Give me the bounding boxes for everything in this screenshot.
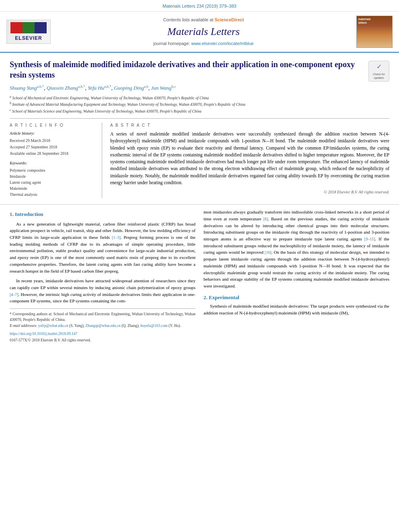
body-col-right: mon imidazoles always gradually transfor… [204, 209, 389, 343]
logo-stripe-green [23, 22, 35, 33]
elsevier-logo: ELSEVIER [6, 20, 51, 44]
email-1[interactable]: ysfrp@whut.edu.cn [38, 324, 68, 328]
experimental-para-1: Synthesis of maleimide modified imidazol… [204, 303, 389, 316]
available-date: Available online 28 September 2018 [10, 151, 95, 156]
body-col-left: 1. Introduction As a new generation of l… [10, 209, 195, 343]
author-5: Jun Wang [151, 85, 171, 91]
ref-9-15: [9–15] [364, 237, 375, 241]
abstract-text: A series of novel maleimide modified imi… [110, 131, 389, 186]
logo-box: ELSEVIER [6, 20, 51, 44]
footnote-area: * Corresponding authors at: School of Me… [10, 308, 195, 343]
logo-stripe [10, 22, 47, 33]
ref-8: [8] [263, 217, 268, 221]
copyright: © 2018 Elsevier B.V. All rights reserved… [110, 189, 389, 195]
intro-para-1: As a new generation of lightweight mater… [10, 221, 195, 275]
ref-1-3: [1–3] [112, 235, 121, 240]
ref-16: [16] [265, 250, 271, 255]
top-bar: Materials Letters 234 (2019) 379–383 [0, 0, 399, 12]
accepted-date: Accepted 27 September 2018 [10, 144, 95, 150]
divider [10, 118, 389, 119]
journal-homepage: journal homepage: www.elsevier.com/locat… [57, 41, 350, 47]
science-direct-brand: ScienceDirect [215, 17, 244, 22]
journal-ref-link[interactable]: Materials Letters 234 (2019) 379–383 [162, 4, 236, 8]
intro-heading: 1. Introduction [10, 210, 195, 218]
logo-stripe-red [10, 22, 23, 33]
affiliation-b: b Institute of Advanced Material Manufac… [10, 101, 389, 107]
experimental-heading: 2. Experimental [204, 294, 389, 302]
author-1-sup: a,b,* [37, 84, 44, 88]
journal-center: Contents lists available at ScienceDirec… [57, 17, 350, 47]
author-2: Qiaoxin Zhang [47, 85, 78, 91]
author-4-sup: a,b [144, 84, 148, 88]
body-two-col: 1. Introduction As a new generation of l… [10, 209, 389, 343]
received-date: Received 29 March 2018 [10, 138, 95, 144]
paper-title: Synthesis of maleimide modified imidazol… [10, 59, 389, 80]
ref-4-7: [4–7] [10, 292, 19, 297]
keyword-1: Polymeric composites [10, 168, 95, 173]
keyword-5: Thermal analysis [10, 192, 95, 197]
paper-content: ✓ Check for updates Synthesis of maleimi… [0, 53, 399, 204]
journal-thumb-label: materialsletters [358, 18, 371, 25]
email-2[interactable]: Zhangqr@whut.edu.cn [85, 324, 120, 328]
journal-thumbnail: materialsletters [356, 16, 393, 48]
article-info-abstract: A R T I C L E I N F O Article history: R… [10, 123, 389, 198]
homepage-url: www.elsevier.com/locate/mlblue [191, 41, 253, 46]
history-label: Article history: [10, 131, 95, 136]
author-5-sup: b,c [171, 84, 176, 88]
keywords-label: Keywords: [10, 160, 95, 166]
logo-stripe-blue [35, 22, 47, 33]
journal-title-main: Materials Letters [57, 25, 350, 39]
science-direct-line: Contents lists available at ScienceDirec… [57, 17, 350, 23]
check-updates-badge: ✓ Check for updates [368, 61, 389, 82]
doi-link[interactable]: https://doi.org/10.1016/j.matlet.2018.09… [10, 332, 77, 336]
main-body: 1. Introduction As a new generation of l… [0, 204, 399, 349]
intro-para-2: In recent years, imidazole derivatives h… [10, 277, 195, 304]
check-icon: ✓ [376, 62, 382, 71]
author-3-sup: a,b,* [104, 84, 111, 88]
email-3[interactable]: huyefa@163.com [140, 324, 168, 328]
abstract-col: A B S T R A C T A series of novel maleim… [110, 123, 389, 198]
intro-para-3: mon imidazoles always gradually transfor… [204, 209, 389, 290]
authors-line: Shuang Yanga,b,*, Qiaoxin Zhanga,b,*, Ye… [10, 84, 389, 92]
email-line: E-mail addresses: ysfrp@whut.edu.cn (S. … [10, 323, 195, 329]
keyword-2: Imidazole [10, 174, 95, 179]
keyword-3: Latent curing agent [10, 180, 95, 185]
article-info-label: A R T I C L E I N F O [10, 123, 95, 128]
elsevier-text: ELSEVIER [15, 35, 42, 42]
corresponding-note: * Corresponding authors at: School of Me… [10, 311, 195, 323]
author-3: Yefa Hu [88, 85, 104, 91]
issn-line: 0167-577X/© 2018 Elsevier B.V. All right… [10, 337, 195, 343]
author-1: Shuang Yang [10, 85, 37, 91]
author-4: Guoping Ding [114, 85, 144, 91]
affiliation-c: c School of Materials Science and Engine… [10, 108, 389, 114]
article-info-col: A R T I C L E I N F O Article history: R… [10, 123, 102, 198]
author-2-sup: a,b,* [78, 84, 85, 88]
abstract-label: A B S T R A C T [110, 123, 389, 128]
keyword-4: Maleimide [10, 186, 95, 191]
doi-line: https://doi.org/10.1016/j.matlet.2018.09… [10, 331, 195, 337]
affiliations: a School of Mechanical and Electronic En… [10, 94, 389, 114]
journal-header: ELSEVIER Contents lists available at Sci… [0, 12, 399, 53]
affiliation-a: a School of Mechanical and Electronic En… [10, 94, 389, 101]
